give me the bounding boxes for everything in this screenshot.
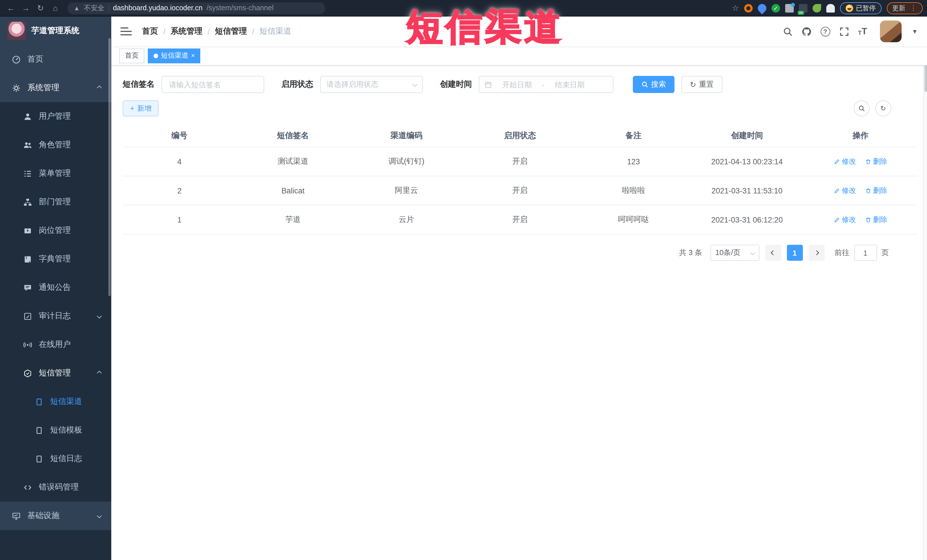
font-size-icon[interactable]: TT <box>858 27 867 36</box>
delete-link[interactable]: 删除 <box>865 215 887 225</box>
extension-ghost-icon[interactable] <box>826 4 835 12</box>
sidebar-item-posts[interactable]: 岗位管理 <box>0 216 111 245</box>
sidebar-item-error-codes[interactable]: 错误码管理 <box>0 473 111 502</box>
chrome-update-button[interactable]: 更新 ⋮ <box>886 2 922 14</box>
start-date-input[interactable] <box>495 80 539 89</box>
sidebar-item-label: 错误码管理 <box>39 482 79 492</box>
date-range-picker[interactable]: - <box>479 76 614 93</box>
sidebar-item-label: 系统管理 <box>27 83 59 93</box>
add-button[interactable]: + 新增 <box>123 100 159 116</box>
goto-page-input[interactable] <box>854 245 877 261</box>
end-date-input[interactable] <box>548 80 591 89</box>
search-icon[interactable] <box>783 27 792 36</box>
sidebar-item-label: 短信日志 <box>50 454 82 464</box>
fullscreen-icon[interactable] <box>839 27 849 36</box>
home-icon[interactable]: ⌂ <box>49 2 62 14</box>
broadcast-icon <box>23 340 32 349</box>
extension-pin-icon[interactable] <box>756 2 768 14</box>
plus-icon: + <box>130 105 134 112</box>
caret-down-icon[interactable]: ▼ <box>912 28 918 35</box>
page-number-1[interactable]: 1 <box>787 245 802 261</box>
page-size-select[interactable]: 10条/页 <box>710 245 759 261</box>
sidebar-item-home[interactable]: 首页 <box>0 45 111 74</box>
sidebar-item-sms[interactable]: 短信管理 <box>0 359 111 387</box>
sidebar-item-label: 字典管理 <box>39 254 71 264</box>
time-group: 创建时间 - <box>440 76 614 93</box>
reload-icon[interactable]: ↻ <box>34 2 47 14</box>
extension-grid-icon[interactable] <box>785 4 794 12</box>
breadcrumb: 首页 / 系统管理 / 短信管理 / 短信渠道 <box>142 26 291 36</box>
table-row: 4 测试渠道 调试(钉钉) 开启 123 2021-04-13 00:23:14… <box>123 147 917 176</box>
not-secure-label[interactable]: 不安全 <box>84 3 105 13</box>
sign-label: 短信签名 <box>123 79 155 90</box>
edit-link[interactable]: 修改 <box>834 215 856 225</box>
delete-link[interactable]: 删除 <box>865 156 887 166</box>
avatar[interactable] <box>880 21 901 42</box>
github-icon[interactable] <box>801 27 811 36</box>
sidebar-item-departments[interactable]: 部门管理 <box>0 188 111 216</box>
extension-icon[interactable] <box>744 4 753 12</box>
breadcrumb-sms[interactable]: 短信管理 <box>215 26 247 36</box>
close-icon[interactable]: × <box>191 53 195 59</box>
warning-icon: ▲ <box>74 5 80 11</box>
sidebar-item-online-users[interactable]: 在线用户 <box>0 330 111 359</box>
sidebar-item-roles[interactable]: 角色管理 <box>0 131 111 159</box>
menu-kebab-icon[interactable]: ⋮ <box>910 5 917 11</box>
sidebar-item-menus[interactable]: 菜单管理 <box>0 159 111 188</box>
message-icon <box>23 283 32 292</box>
next-page-button[interactable] <box>808 245 824 261</box>
col-id: 编号 <box>123 124 236 147</box>
navbar: 首页 / 系统管理 / 短信管理 / 短信渠道 ? <box>111 17 927 46</box>
bookmark-star-icon[interactable]: ☆ <box>732 3 739 12</box>
sidebar-item-sms-channel[interactable]: 短信渠道 <box>0 387 111 416</box>
dashboard-icon <box>11 55 21 64</box>
sidebar-item-system[interactable]: 系统管理 <box>0 74 111 102</box>
toggle-search-button[interactable] <box>853 100 869 116</box>
delete-link[interactable]: 删除 <box>865 186 887 196</box>
help-icon[interactable]: ? <box>820 27 830 36</box>
sidebar-item-notice[interactable]: 通知公告 <box>0 273 111 302</box>
extension-on-badge-icon[interactable] <box>799 4 807 12</box>
tag-sms-channel[interactable]: 短信渠道 × <box>148 48 201 63</box>
sidebar-item-dict[interactable]: 字典管理 <box>0 245 111 273</box>
sign-input[interactable] <box>161 76 264 93</box>
book-icon <box>23 255 32 264</box>
sidebar-item-label: 用户管理 <box>39 111 71 121</box>
extension-leaf-icon[interactable] <box>813 4 821 12</box>
document-icon <box>34 426 43 435</box>
page-unit-label: 页 <box>881 247 889 258</box>
extension-check-icon[interactable]: ✓ <box>772 4 780 12</box>
search-button[interactable]: 搜索 <box>633 76 675 93</box>
forward-icon[interactable]: → <box>20 2 32 14</box>
page-scrollbar[interactable] <box>923 17 927 560</box>
search-icon <box>641 81 648 88</box>
prev-page-button[interactable] <box>765 245 781 261</box>
breadcrumb-home[interactable]: 首页 <box>142 26 158 36</box>
sidebar-item-sms-log[interactable]: 短信日志 <box>0 445 111 473</box>
status-select[interactable]: 请选择启用状态 <box>320 76 423 93</box>
sidebar-menu: 首页 系统管理 用户管理 <box>0 45 111 560</box>
col-time: 创建时间 <box>690 124 804 147</box>
hamburger-icon[interactable] <box>120 26 132 37</box>
sidebar-scrollbar[interactable] <box>108 38 111 296</box>
refresh-icon: ↻ <box>880 105 886 112</box>
edit-link[interactable]: 修改 <box>834 186 856 196</box>
sidebar-item-audit-log[interactable]: 审计日志 <box>0 302 111 330</box>
sidebar-item-infrastructure[interactable]: 基础设施 <box>0 502 111 530</box>
paused-badge[interactable]: 已暂停 <box>840 2 881 14</box>
reset-button[interactable]: ↻ 重置 <box>681 76 722 93</box>
refresh-button[interactable]: ↻ <box>875 100 891 116</box>
breadcrumb-system[interactable]: 系统管理 <box>171 26 202 36</box>
sidebar-item-users[interactable]: 用户管理 <box>0 102 111 131</box>
edit-link[interactable]: 修改 <box>834 156 856 166</box>
trash-icon <box>865 158 871 165</box>
back-icon[interactable]: ← <box>5 2 17 14</box>
code-icon <box>23 483 32 492</box>
sidebar-item-sms-template[interactable]: 短信模板 <box>0 416 111 445</box>
app-frame: 芋道管理系统 首页 系统管理 <box>0 17 927 560</box>
user-icon <box>23 112 32 121</box>
address-bar[interactable]: ▲ 不安全 dashboard.yudao.iocoder.cn/system/… <box>67 2 325 14</box>
tag-home[interactable]: 首页 <box>119 48 144 63</box>
col-code: 渠道编码 <box>350 124 464 147</box>
app-logo-row[interactable]: 芋道管理系统 <box>0 17 111 45</box>
